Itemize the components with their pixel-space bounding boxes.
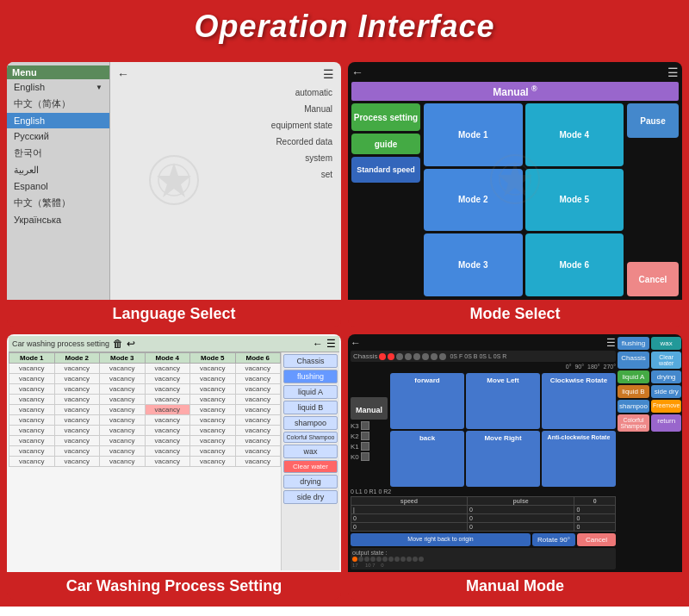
mode-right-column: Pause Cancel [627, 103, 679, 296]
standard-speed-btn[interactable]: Standard speed [351, 157, 420, 183]
wash-undo-icon[interactable]: ↩ [127, 338, 135, 350]
out-dot-7 [388, 557, 394, 562]
manual-cancel-btn[interactable]: Cancel [577, 533, 616, 546]
clockwise-btn[interactable]: Clockwise Rotate [542, 373, 616, 429]
k0-checkbox[interactable] [361, 452, 369, 461]
mode3-btn[interactable]: Mode 3 [424, 233, 523, 296]
nav-grid: forward Move Left Clockwise Rotate back … [390, 373, 616, 487]
nav-recorded-data[interactable]: Recorded data [115, 135, 336, 148]
btn-colorful-shampoo[interactable]: Colorful Shampoo [283, 432, 338, 443]
pulse-val-2: 0 [467, 514, 574, 523]
k1-checkbox[interactable] [361, 442, 369, 451]
forward-btn[interactable]: forward [390, 373, 464, 429]
table-row: vacancyvacancyvacancyvacancyvacancyvacan… [9, 364, 281, 374]
back-arrow[interactable]: ← [117, 67, 129, 81]
process-setting-btn[interactable]: Process setting [351, 103, 420, 131]
output-numbers: 17 10 7 0 [352, 563, 614, 568]
lang-item-english-top[interactable]: English [7, 79, 109, 95]
r2-label: 0 R2 [378, 488, 391, 495]
lang-item-chinese-trad[interactable]: 中文（繁體） [7, 194, 109, 212]
wash-process-table: Mode 1 Mode 2 Mode 3 Mode 4 Mode 5 Mode … [9, 352, 281, 467]
pulse-col: pulse [467, 497, 574, 506]
panel-manual-label: Manual Mode [348, 572, 682, 600]
move-right-origin-btn[interactable]: Move right back to origin [351, 533, 531, 546]
lang-item-chinese-simplified[interactable]: 中文（简体） [7, 95, 109, 113]
side-dry-btn[interactable]: side dry [651, 385, 682, 398]
nav-manual[interactable]: Manual [115, 103, 336, 115]
mode4-btn[interactable]: Mode 4 [525, 103, 624, 166]
drying-btn[interactable]: drying [651, 370, 682, 383]
chassis-btn-r[interactable]: Chassis [618, 352, 649, 369]
nav-system[interactable]: system [115, 152, 336, 165]
btn-liquid-a[interactable]: liquid A [283, 385, 338, 399]
table-row: vacancyvacancyvacancyvacancyvacancyvacan… [9, 446, 281, 457]
rotate-90-btn[interactable]: Rotate 90° [532, 533, 575, 546]
mode2-btn[interactable]: Mode 2 [424, 169, 523, 232]
btn-liquid-b[interactable]: liquid B [283, 401, 338, 414]
lang-item-korean[interactable]: 한국어 [7, 144, 109, 162]
col-mode5: Mode 5 [190, 353, 236, 364]
nav-set[interactable]: set [115, 168, 336, 181]
wash-menu-icon[interactable]: ☰ [326, 338, 336, 350]
mode-back-arrow[interactable]: ← [351, 65, 363, 79]
btn-shampoo[interactable]: shampoo [283, 416, 338, 430]
wash-right-panel: Chassis flushing liquid A liquid B shamp… [281, 352, 339, 570]
out-dot-10 [407, 557, 412, 562]
col-mode6: Mode 6 [235, 353, 281, 364]
anticlockwise-btn[interactable]: Anti-clockwise Rotate [542, 431, 616, 487]
output-dots-row [352, 557, 614, 562]
nav-equipment-state[interactable]: equipment state [115, 119, 336, 132]
col-mode4: Mode 4 [145, 353, 190, 364]
k3-checkbox[interactable] [361, 421, 369, 430]
return-btn[interactable]: return [651, 414, 682, 432]
pause-btn[interactable]: Pause [627, 103, 679, 138]
clear-water-btn[interactable]: Clear water [651, 352, 682, 369]
manual-right-buttons: flushing wax Chassis Clear water liquid … [618, 337, 680, 569]
btn-chassis[interactable]: Chassis [283, 354, 338, 368]
angle-0l: 0S L [479, 353, 491, 359]
wash-body: Mode 1 Mode 2 Mode 3 Mode 4 Mode 5 Mode … [9, 352, 339, 570]
btn-wax[interactable]: wax [283, 445, 338, 458]
liquid-a-btn[interactable]: liquid A [618, 370, 649, 383]
guide-btn[interactable]: guide [351, 134, 420, 154]
dot-3 [396, 353, 403, 360]
k2-checkbox[interactable] [361, 432, 369, 440]
lang-item-espanol[interactable]: Espanol [7, 178, 109, 194]
freemove-btn[interactable]: Freemove [651, 400, 682, 413]
lang-item-russian[interactable]: Русский [7, 128, 109, 144]
cancel-btn[interactable]: Cancel [627, 262, 679, 296]
btn-drying[interactable]: drying [283, 475, 338, 488]
back-btn[interactable]: back [390, 431, 464, 487]
wash-delete-icon[interactable]: 🗑 [113, 338, 123, 350]
output-state-area: output state : [351, 548, 616, 569]
mode-top-bar: ← ☰ [351, 65, 679, 79]
nav-automatic[interactable]: automatic [115, 86, 336, 99]
language-screen-content: Menu English 中文（简体） English Русский 한국어 … [7, 62, 341, 300]
angle-0r: 0S R [493, 353, 507, 359]
lang-item-english-active[interactable]: English [7, 113, 109, 128]
mode-menu-icon[interactable]: ☰ [667, 65, 679, 79]
dot-5 [413, 353, 420, 360]
btn-flushing[interactable]: flushing [283, 370, 338, 383]
panel-language-label: Language Select [7, 300, 341, 327]
mode6-btn[interactable]: Mode 6 [525, 233, 624, 296]
flushing-btn[interactable]: flushing [618, 337, 649, 350]
wax-btn[interactable]: wax [651, 337, 682, 350]
manual-back-arrow[interactable]: ← [351, 337, 361, 349]
move-left-btn[interactable]: Move Left [466, 373, 540, 429]
move-right-btn[interactable]: Move Right [466, 431, 540, 487]
colorful-shampoo-btn[interactable]: Colorful Shampoo [618, 414, 649, 432]
dot-8 [439, 353, 446, 360]
btn-side-dry[interactable]: side dry [283, 490, 338, 504]
mode1-btn[interactable]: Mode 1 [424, 103, 523, 166]
panel-mode: ← ☰ Manual ® Process setting guide Stand… [348, 62, 682, 327]
shampoo-btn[interactable]: shampoo [618, 400, 649, 413]
manual-menu-icon[interactable]: ☰ [606, 337, 616, 349]
menu-icon[interactable]: ☰ [323, 67, 334, 81]
mode5-btn[interactable]: Mode 5 [525, 169, 624, 232]
lang-item-arabic[interactable]: العربية [7, 162, 109, 178]
btn-clear-water[interactable]: Clear water [283, 460, 338, 473]
liquid-b-btn[interactable]: liquid B [618, 385, 649, 398]
wash-back-arrow[interactable]: ← [313, 338, 323, 350]
lang-item-ukrainian[interactable]: Українська [7, 212, 109, 227]
